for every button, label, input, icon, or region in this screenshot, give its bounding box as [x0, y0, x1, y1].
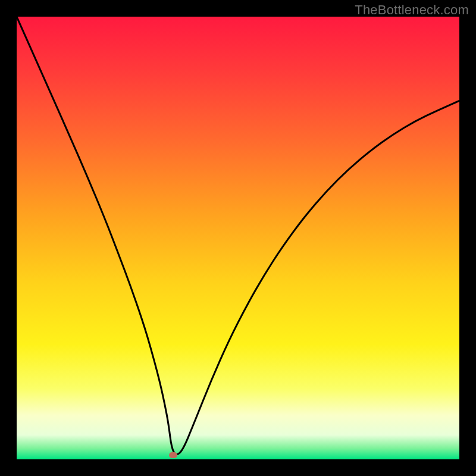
optimal-point-marker	[169, 452, 177, 458]
watermark-text: TheBottleneck.com	[355, 2, 469, 18]
gradient-background	[17, 17, 459, 459]
plot-area	[17, 17, 459, 459]
chart-svg	[17, 17, 459, 459]
chart-frame: TheBottleneck.com	[0, 0, 476, 476]
